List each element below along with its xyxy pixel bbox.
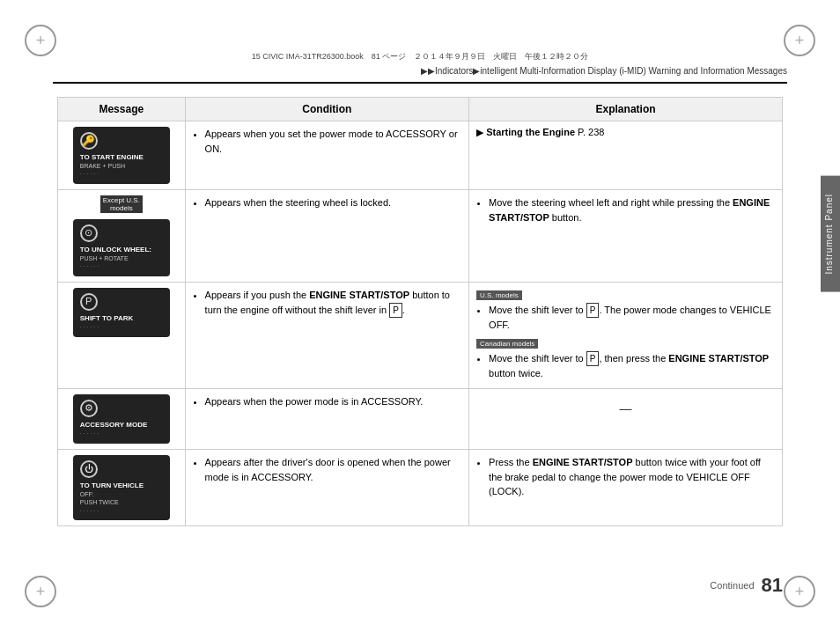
power-icon: ⏻	[80, 460, 98, 478]
message-cell-5: ⏻ TO TURN VEHICLE OFF: PUSH TWICE · · · …	[58, 450, 186, 526]
steering-icon: ⊙	[80, 224, 98, 242]
side-tab-instrument-panel: Instrument Panel	[821, 176, 840, 292]
message-cell-4: ⚙ ACCESSORY MODE · · · · · ·	[58, 389, 186, 450]
message-image-3: P SHIFT TO PARK · · · · · ·	[73, 288, 170, 337]
us-models-label: U.S. models	[476, 290, 522, 300]
message-cell-3: P SHIFT TO PARK · · · · · ·	[58, 283, 186, 389]
key-icon: 🔑	[80, 132, 98, 150]
canadian-models-label: Canadian models	[476, 339, 538, 349]
explanation-cell-1: ▶ Starting the Engine P. 238	[469, 121, 783, 190]
file-reference: 15 CIVIC IMA-31TR26300.book 81 ページ ２０１４年…	[53, 51, 787, 62]
accessory-icon: ⚙	[80, 400, 98, 417]
corner-decoration-br	[784, 576, 815, 607]
corner-decoration-bl	[25, 576, 56, 607]
col-header-message: Message	[58, 98, 186, 121]
explanation-cell-3: U.S. models Move the shift lever to P. T…	[469, 283, 783, 389]
except-us-models-label: Except U.S.models	[100, 195, 143, 213]
col-header-explanation: Explanation	[469, 98, 783, 121]
col-header-condition: Condition	[185, 98, 469, 121]
message-image-4: ⚙ ACCESSORY MODE · · · · · ·	[73, 394, 170, 444]
message-image-1: 🔑 TO START ENGINE BRAKE + PUSH · · · · ·…	[73, 127, 170, 184]
condition-cell-2: Appears when the steering wheel is locke…	[185, 190, 469, 283]
message-image-2: ⊙ TO UNLOCK WHEEL: PUSH + ROTATE · · · ·…	[73, 219, 170, 276]
info-table: Message Condition Explanation 🔑	[57, 97, 783, 526]
table-row: Except U.S.models ⊙ TO UNLOCK WHEEL: PUS…	[58, 190, 783, 283]
breadcrumb: ▶▶Indicators▶intelligent Multi-Informati…	[53, 66, 787, 78]
message-image-5: ⏻ TO TURN VEHICLE OFF: PUSH TWICE · · · …	[73, 455, 170, 520]
table-row: P SHIFT TO PARK · · · · · · Appears if y…	[58, 283, 783, 389]
corner-decoration-tl	[25, 25, 56, 56]
continued-label: Continued	[710, 580, 754, 591]
park-icon: P	[80, 293, 98, 311]
table-row: ⚙ ACCESSORY MODE · · · · · · Appears whe…	[58, 389, 783, 450]
page-footer: Continued 81	[710, 574, 783, 597]
condition-cell-3: Appears if you push the ENGINE START/STO…	[185, 283, 469, 389]
page-number: 81	[762, 574, 783, 597]
explanation-cell-5: Press the ENGINE START/STOP button twice…	[469, 450, 783, 526]
page-header: 15 CIVIC IMA-31TR26300.book 81 ページ ２０１４年…	[53, 51, 787, 84]
message-cell-1: 🔑 TO START ENGINE BRAKE + PUSH · · · · ·…	[58, 121, 186, 190]
corner-decoration-tr	[784, 25, 815, 56]
message-cell-2: Except U.S.models ⊙ TO UNLOCK WHEEL: PUS…	[58, 190, 186, 283]
table-row: 🔑 TO START ENGINE BRAKE + PUSH · · · · ·…	[58, 121, 783, 190]
condition-cell-4: Appears when the power mode is in ACCESS…	[185, 389, 469, 450]
condition-cell-1: Appears when you set the power mode to A…	[185, 121, 469, 190]
condition-cell-5: Appears after the driver's door is opene…	[185, 450, 469, 526]
table-row: ⏻ TO TURN VEHICLE OFF: PUSH TWICE · · · …	[58, 450, 783, 526]
explanation-cell-2: Move the steering wheel left and right w…	[469, 190, 783, 283]
explanation-cell-4: —	[469, 389, 783, 450]
main-content-area: Message Condition Explanation 🔑	[57, 97, 783, 570]
